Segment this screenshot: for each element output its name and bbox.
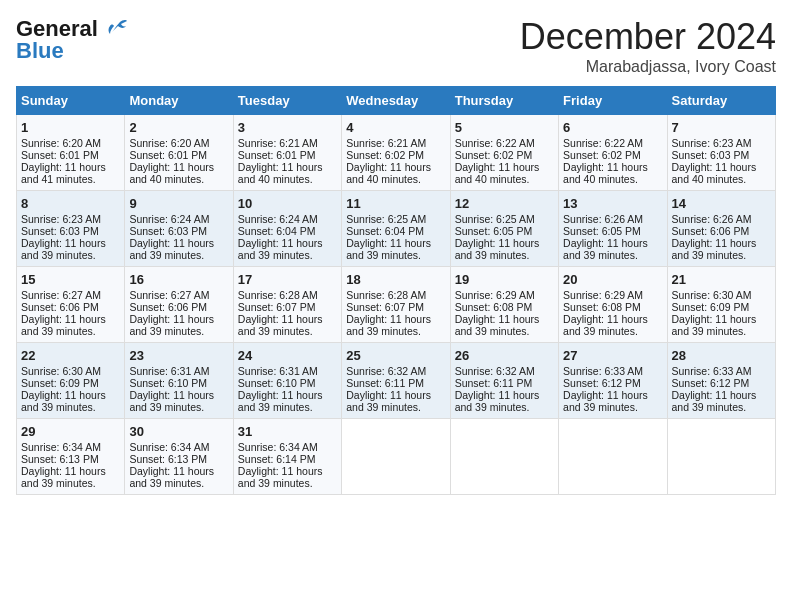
table-row	[667, 419, 775, 495]
table-row: 18Sunrise: 6:28 AMSunset: 6:07 PMDayligh…	[342, 267, 450, 343]
header-wednesday: Wednesday	[342, 87, 450, 115]
table-row: 2Sunrise: 6:20 AMSunset: 6:01 PMDaylight…	[125, 115, 233, 191]
calendar-header-row: Sunday Monday Tuesday Wednesday Thursday…	[17, 87, 776, 115]
header-saturday: Saturday	[667, 87, 775, 115]
table-row: 1Sunrise: 6:20 AMSunset: 6:01 PMDaylight…	[17, 115, 125, 191]
logo-blue: Blue	[16, 38, 64, 64]
table-row: 13Sunrise: 6:26 AMSunset: 6:05 PMDayligh…	[559, 191, 667, 267]
title-block: December 2024 Marabadjassa, Ivory Coast	[520, 16, 776, 76]
month-title: December 2024	[520, 16, 776, 58]
table-row: 12Sunrise: 6:25 AMSunset: 6:05 PMDayligh…	[450, 191, 558, 267]
table-row: 30Sunrise: 6:34 AMSunset: 6:13 PMDayligh…	[125, 419, 233, 495]
table-row: 11Sunrise: 6:25 AMSunset: 6:04 PMDayligh…	[342, 191, 450, 267]
table-row: 4Sunrise: 6:21 AMSunset: 6:02 PMDaylight…	[342, 115, 450, 191]
table-row: 22Sunrise: 6:30 AMSunset: 6:09 PMDayligh…	[17, 343, 125, 419]
page-header: General Blue December 2024 Marabadjassa,…	[16, 16, 776, 76]
table-row: 17Sunrise: 6:28 AMSunset: 6:07 PMDayligh…	[233, 267, 341, 343]
table-row	[450, 419, 558, 495]
table-row: 25Sunrise: 6:32 AMSunset: 6:11 PMDayligh…	[342, 343, 450, 419]
table-row: 3Sunrise: 6:21 AMSunset: 6:01 PMDaylight…	[233, 115, 341, 191]
logo: General Blue	[16, 16, 128, 64]
table-row: 7Sunrise: 6:23 AMSunset: 6:03 PMDaylight…	[667, 115, 775, 191]
table-row: 31Sunrise: 6:34 AMSunset: 6:14 PMDayligh…	[233, 419, 341, 495]
table-row: 28Sunrise: 6:33 AMSunset: 6:12 PMDayligh…	[667, 343, 775, 419]
table-row: 5Sunrise: 6:22 AMSunset: 6:02 PMDaylight…	[450, 115, 558, 191]
table-row: 27Sunrise: 6:33 AMSunset: 6:12 PMDayligh…	[559, 343, 667, 419]
header-thursday: Thursday	[450, 87, 558, 115]
table-row	[342, 419, 450, 495]
table-row: 15Sunrise: 6:27 AMSunset: 6:06 PMDayligh…	[17, 267, 125, 343]
table-row: 16Sunrise: 6:27 AMSunset: 6:06 PMDayligh…	[125, 267, 233, 343]
table-row: 6Sunrise: 6:22 AMSunset: 6:02 PMDaylight…	[559, 115, 667, 191]
table-row: 20Sunrise: 6:29 AMSunset: 6:08 PMDayligh…	[559, 267, 667, 343]
calendar-table: Sunday Monday Tuesday Wednesday Thursday…	[16, 86, 776, 495]
location-title: Marabadjassa, Ivory Coast	[520, 58, 776, 76]
table-row	[559, 419, 667, 495]
table-row: 24Sunrise: 6:31 AMSunset: 6:10 PMDayligh…	[233, 343, 341, 419]
table-row: 29Sunrise: 6:34 AMSunset: 6:13 PMDayligh…	[17, 419, 125, 495]
table-row: 26Sunrise: 6:32 AMSunset: 6:11 PMDayligh…	[450, 343, 558, 419]
table-row: 8Sunrise: 6:23 AMSunset: 6:03 PMDaylight…	[17, 191, 125, 267]
table-row: 23Sunrise: 6:31 AMSunset: 6:10 PMDayligh…	[125, 343, 233, 419]
header-monday: Monday	[125, 87, 233, 115]
header-sunday: Sunday	[17, 87, 125, 115]
header-tuesday: Tuesday	[233, 87, 341, 115]
table-row: 9Sunrise: 6:24 AMSunset: 6:03 PMDaylight…	[125, 191, 233, 267]
header-friday: Friday	[559, 87, 667, 115]
table-row: 21Sunrise: 6:30 AMSunset: 6:09 PMDayligh…	[667, 267, 775, 343]
table-row: 19Sunrise: 6:29 AMSunset: 6:08 PMDayligh…	[450, 267, 558, 343]
table-row: 10Sunrise: 6:24 AMSunset: 6:04 PMDayligh…	[233, 191, 341, 267]
logo-bird-icon	[100, 18, 128, 40]
table-row: 14Sunrise: 6:26 AMSunset: 6:06 PMDayligh…	[667, 191, 775, 267]
